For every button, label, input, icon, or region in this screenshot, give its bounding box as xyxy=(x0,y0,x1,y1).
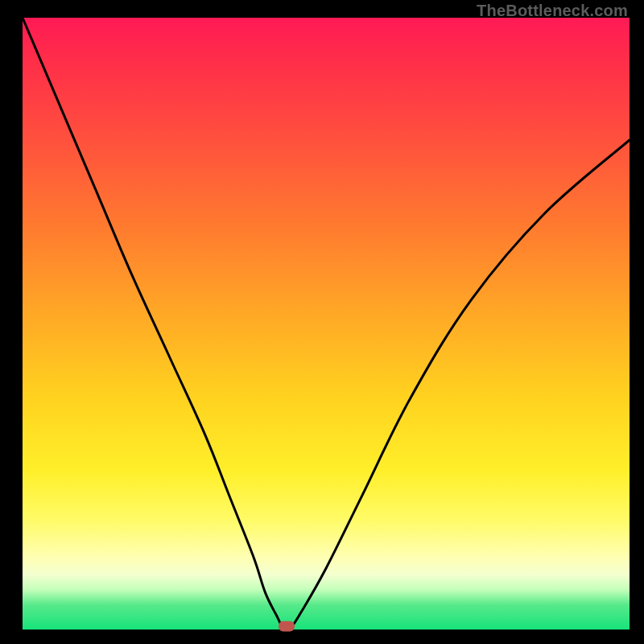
min-marker xyxy=(279,621,295,632)
plot-area xyxy=(23,18,630,630)
chart-container: TheBottleneck.com xyxy=(0,0,644,644)
curve-svg xyxy=(23,18,630,630)
bottleneck-curve-path xyxy=(23,18,630,630)
